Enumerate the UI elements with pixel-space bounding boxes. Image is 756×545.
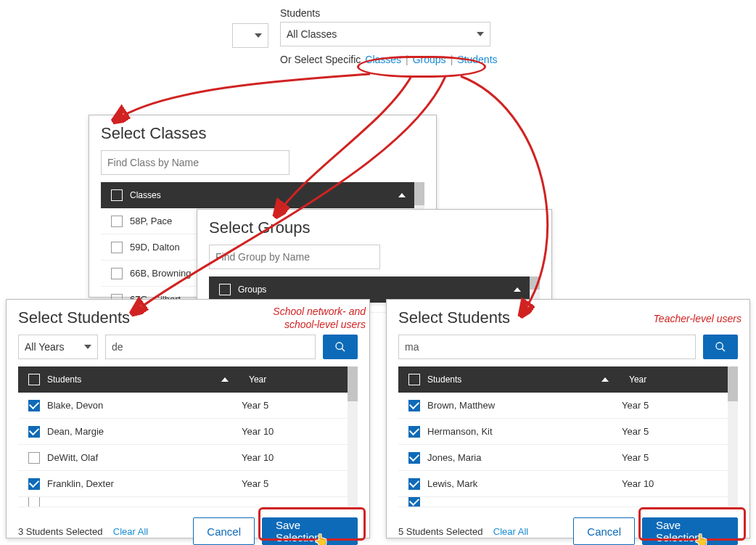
years-value: All Years — [25, 341, 64, 353]
cursor-icon: 👆 — [694, 533, 709, 545]
annotation-left-note: School network- and school-level users — [258, 305, 366, 331]
col-year[interactable]: Year — [249, 374, 266, 385]
clear-all-right[interactable]: Clear All — [493, 526, 528, 537]
student-name: Hermanson, Kit — [427, 426, 622, 437]
panel-title-groups: Select Groups — [209, 218, 540, 237]
student-year: Year 5 — [622, 452, 649, 463]
find-class-input[interactable] — [101, 150, 289, 175]
small-dropdown[interactable] — [232, 23, 268, 48]
search-button-left[interactable] — [323, 335, 358, 359]
student-year: Year 5 — [622, 400, 649, 411]
student-name: Dean, Margie — [47, 426, 242, 437]
student-year: Year 5 — [622, 426, 649, 437]
student-name: Lewis, Mark — [427, 478, 622, 489]
save-selection-button-left[interactable]: Save Selection — [262, 517, 358, 545]
sort-icon[interactable] — [514, 287, 521, 292]
all-years-dropdown[interactable]: All Years — [18, 335, 98, 359]
class-name: 66B, Browning — [130, 268, 192, 279]
student-year: Year 5 — [242, 400, 268, 411]
find-group-input[interactable] — [209, 245, 380, 269]
row-checkbox[interactable] — [28, 478, 40, 490]
select-all-checkbox[interactable] — [28, 374, 40, 385]
row-checkbox[interactable] — [111, 216, 123, 227]
cursor-icon: 👆 — [314, 533, 329, 545]
row-checkbox[interactable] — [111, 268, 123, 279]
col-groups-header: Groups — [238, 284, 266, 295]
students-label: Students — [280, 7, 498, 19]
scrollbar[interactable] — [728, 366, 738, 507]
student-search-input-left[interactable] — [105, 335, 316, 359]
student-year: Year 10 — [242, 452, 274, 463]
separator: | — [406, 54, 408, 65]
annotation-right-note: Teacher-level users — [647, 312, 741, 325]
student-name: Brown, Matthew — [427, 400, 622, 411]
class-name: 59D, Dalton — [130, 242, 180, 253]
chevron-down-icon — [477, 32, 484, 36]
cancel-button-left[interactable]: Cancel — [193, 517, 255, 545]
row-checkbox[interactable] — [28, 426, 40, 438]
search-icon — [715, 341, 726, 353]
students-dropdown-value: All Classes — [287, 28, 337, 40]
svg-point-2 — [716, 343, 723, 349]
save-selection-button-right[interactable]: Save Selection — [642, 517, 738, 545]
sort-icon[interactable] — [601, 377, 609, 382]
students-table-header-left: Students Year — [18, 366, 358, 393]
student-search-input-right[interactable] — [398, 335, 696, 359]
select-all-checkbox[interactable] — [219, 284, 231, 295]
select-groups-panel: Select Groups Groups — [197, 209, 552, 302]
scrollbar[interactable] — [348, 366, 358, 507]
student-year: Year 5 — [242, 478, 268, 489]
row-checkbox[interactable] — [28, 452, 40, 464]
students-row-list-right: Brown, MatthewYear 5 Hermanson, KitYear … — [398, 393, 738, 507]
col-year[interactable]: Year — [629, 374, 646, 385]
select-all-checkbox[interactable] — [408, 374, 420, 385]
cancel-button-right[interactable]: Cancel — [573, 517, 635, 545]
link-groups[interactable]: Groups — [413, 54, 446, 65]
row-checkbox[interactable] — [408, 478, 420, 490]
svg-line-1 — [342, 348, 345, 351]
col-students[interactable]: Students — [47, 374, 229, 385]
row-checkbox[interactable] — [408, 400, 420, 411]
student-year: Year 10 — [622, 478, 654, 489]
row-checkbox[interactable] — [408, 452, 420, 464]
link-students[interactable]: Students — [457, 54, 497, 65]
student-name: Blake, Devon — [47, 400, 242, 411]
row-checkbox[interactable] — [28, 497, 40, 507]
sort-icon[interactable] — [221, 377, 229, 382]
col-classes-header: Classes — [130, 190, 161, 200]
clear-all-left[interactable]: Clear All — [113, 526, 148, 537]
student-name: DeWitt, Olaf — [47, 452, 242, 463]
select-students-left-panel: Select Students All Years Students Year … — [6, 299, 370, 538]
row-checkbox[interactable] — [408, 426, 420, 438]
specific-prefix: Or Select Specific — [280, 54, 361, 65]
chevron-down-icon — [84, 345, 91, 349]
class-name: 58P, Pace — [130, 216, 172, 226]
students-dropdown[interactable]: All Classes — [280, 22, 490, 46]
students-table-header-right: Students Year — [398, 366, 738, 393]
select-students-right-panel: Select Students Students Year Brown, Mat… — [386, 299, 750, 538]
separator: | — [451, 54, 453, 65]
students-row-list-left: Blake, DevonYear 5 Dean, MargieYear 10 D… — [18, 393, 358, 507]
col-students[interactable]: Students — [427, 374, 609, 385]
row-checkbox[interactable] — [28, 400, 40, 411]
row-checkbox[interactable] — [408, 497, 420, 507]
select-all-checkbox[interactable] — [111, 189, 123, 201]
selected-count-left: 3 Students Selected — [18, 526, 102, 537]
search-icon — [334, 341, 346, 353]
student-year: Year 10 — [242, 426, 274, 437]
search-button-right[interactable] — [703, 335, 738, 359]
classes-table-header[interactable]: Classes — [101, 182, 424, 208]
svg-line-3 — [722, 348, 725, 351]
student-name: Franklin, Dexter — [47, 478, 242, 489]
select-specific-line: Or Select Specific Classes | Groups | St… — [280, 54, 498, 65]
panel-title-classes: Select Classes — [101, 124, 424, 143]
svg-point-0 — [336, 343, 342, 349]
link-classes[interactable]: Classes — [365, 54, 401, 65]
sort-icon[interactable] — [398, 193, 406, 197]
selected-count-right: 5 Students Selected — [398, 526, 482, 537]
row-checkbox[interactable] — [111, 242, 123, 253]
student-name: Jones, Maria — [427, 452, 622, 463]
chevron-down-icon — [255, 33, 262, 38]
